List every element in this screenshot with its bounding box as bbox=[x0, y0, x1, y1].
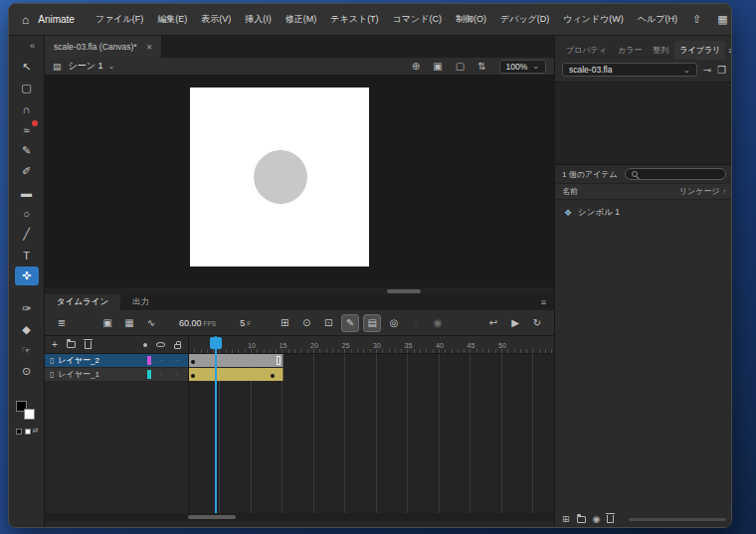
frame-span-selected[interactable] bbox=[189, 368, 284, 381]
menu-file[interactable]: ファイル(F) bbox=[89, 9, 150, 30]
insert-frame-button[interactable]: ⊞ bbox=[276, 314, 293, 332]
timeline-ruler[interactable]: 5 10 15 20 25 30 35 40 45 50 bbox=[188, 336, 554, 354]
frame-row-layer-1[interactable] bbox=[189, 368, 555, 382]
layer-outline-color-chip[interactable] bbox=[147, 370, 151, 379]
column-name[interactable]: 名前 bbox=[562, 186, 578, 197]
zoom-level-select[interactable]: 100% ⌄ bbox=[499, 60, 546, 74]
home-icon[interactable]: ⌂ bbox=[15, 13, 36, 27]
layer-lock-cell[interactable]: · bbox=[171, 357, 183, 364]
menu-view[interactable]: 表示(V) bbox=[194, 9, 238, 30]
scene-breadcrumb[interactable]: シーン 1 bbox=[69, 60, 103, 73]
span-selection-toggle[interactable]: ▤ bbox=[363, 314, 381, 332]
fluid-brush-tool[interactable]: ≈ bbox=[15, 120, 39, 139]
clip-content-icon[interactable]: ▣ bbox=[429, 61, 446, 72]
pin-library-icon[interactable]: ⊸ bbox=[703, 65, 711, 76]
zoom-stepper-icon[interactable]: ⇅ bbox=[473, 61, 489, 72]
fill-color-swatch[interactable] bbox=[24, 409, 35, 420]
oval-tool[interactable]: ○ bbox=[15, 204, 39, 223]
free-transform-tool[interactable]: ▢ bbox=[15, 79, 39, 97]
delete-item-button[interactable] bbox=[607, 515, 614, 523]
show-layers-icon[interactable]: ≣ bbox=[53, 314, 71, 332]
stage-scrollbar-thumb[interactable] bbox=[387, 289, 421, 293]
keyframe-dot-end[interactable] bbox=[271, 374, 275, 378]
menu-help[interactable]: ヘルプ(H) bbox=[631, 9, 684, 30]
onion-outlines-icon[interactable]: ◌ bbox=[407, 314, 425, 332]
center-playhead-button[interactable]: ↻ bbox=[528, 314, 546, 332]
menu-text[interactable]: テキスト(T) bbox=[323, 9, 385, 30]
library-item-name[interactable]: シンボル 1 bbox=[578, 207, 620, 219]
keyframe-dot[interactable] bbox=[191, 360, 195, 364]
library-search-input[interactable] bbox=[625, 168, 726, 180]
new-folder-button[interactable] bbox=[577, 516, 586, 523]
library-horizontal-scrollbar[interactable] bbox=[629, 518, 726, 521]
center-stage-icon[interactable]: ⊕ bbox=[408, 61, 424, 72]
column-linkage[interactable]: リンケージ↑ bbox=[679, 186, 726, 197]
frame-rate-display[interactable]: 60.00 FPS bbox=[174, 318, 221, 328]
menu-control[interactable]: 制御(O) bbox=[449, 9, 493, 30]
library-panel-menu-icon[interactable]: ≡ bbox=[726, 42, 732, 60]
eyedropper-tool[interactable]: ✑ bbox=[15, 299, 39, 318]
new-symbol-button[interactable]: ⊞ bbox=[562, 514, 570, 524]
new-layer-button[interactable]: + bbox=[52, 340, 58, 350]
camera-icon[interactable]: ▣ bbox=[98, 314, 116, 332]
frames-grid[interactable] bbox=[188, 354, 554, 513]
layer-depth-icon[interactable]: ▦ bbox=[120, 314, 138, 332]
stage-horizontal-scrollbar[interactable] bbox=[45, 286, 554, 294]
menu-modify[interactable]: 修正(M) bbox=[279, 9, 324, 30]
layer-outline-color-chip[interactable] bbox=[147, 356, 151, 365]
new-folder-button[interactable] bbox=[67, 341, 76, 348]
menu-insert[interactable]: 挿入(I) bbox=[238, 9, 279, 30]
menu-debug[interactable]: デバッグ(D) bbox=[493, 9, 556, 30]
lock-column-icon[interactable] bbox=[174, 344, 181, 349]
menu-edit[interactable]: 編集(E) bbox=[150, 9, 194, 30]
scene-chevron-down-icon[interactable]: ⌄ bbox=[107, 62, 114, 71]
circle-shape[interactable] bbox=[254, 150, 307, 204]
tab-timeline[interactable]: タイムライン bbox=[45, 294, 120, 310]
hand-tool[interactable]: ☞ bbox=[15, 341, 39, 360]
visibility-column-icon[interactable] bbox=[156, 342, 165, 347]
document-tab[interactable]: scale-03.fla (Canvas)* ✕ bbox=[45, 36, 162, 58]
layer-name[interactable]: レイヤー_1 bbox=[58, 369, 98, 380]
menu-commands[interactable]: コマンド(C) bbox=[386, 9, 449, 30]
keyframe-dot[interactable] bbox=[191, 374, 195, 378]
timeline-panel-menu-icon[interactable]: ≡ bbox=[533, 294, 554, 310]
share-icon[interactable]: ⇧ bbox=[684, 13, 709, 26]
insert-blank-keyframe-button[interactable]: ⊡ bbox=[319, 314, 337, 332]
eraser-tool[interactable]: ▬ bbox=[15, 183, 39, 202]
library-document-select[interactable]: scale-03.fla ⌄ bbox=[562, 63, 697, 77]
collapse-tools-icon[interactable]: « bbox=[21, 36, 44, 58]
text-tool[interactable]: T bbox=[15, 246, 39, 265]
library-item-row[interactable]: ❖ シンボル 1 bbox=[555, 200, 732, 226]
paint-bucket-tool[interactable]: ◆ bbox=[15, 320, 39, 339]
layer-name[interactable]: レイヤー_2 bbox=[58, 355, 98, 366]
stage-canvas[interactable] bbox=[190, 88, 369, 267]
classic-brush-tool[interactable]: ✎ bbox=[15, 141, 39, 160]
frame-row-layer-2[interactable] bbox=[189, 354, 555, 368]
timeline-scrollbar-thumb[interactable] bbox=[188, 515, 236, 519]
layer-row-1[interactable]: ▯ レイヤー_1 · · bbox=[45, 368, 188, 382]
layer-visibility-cell[interactable]: · bbox=[155, 357, 167, 364]
graph-editor-icon[interactable]: ∿ bbox=[142, 314, 160, 332]
workspace-icon[interactable]: ▦ bbox=[709, 13, 732, 26]
layer-row-2[interactable]: ▯ レイヤー_2 · · bbox=[45, 354, 188, 368]
playhead-line[interactable] bbox=[215, 336, 217, 513]
line-tool[interactable]: ╱ bbox=[15, 225, 39, 244]
tab-align[interactable]: 整列 bbox=[648, 41, 673, 60]
lasso-tool[interactable]: ∩ bbox=[15, 99, 39, 118]
loop-button[interactable]: ↩ bbox=[484, 314, 502, 332]
zoom-tool[interactable]: ⊙ bbox=[15, 362, 39, 381]
tab-color[interactable]: カラー bbox=[613, 41, 647, 60]
asset-warp-tool[interactable]: ✜ bbox=[15, 267, 39, 285]
selection-tool[interactable]: ↖ bbox=[15, 58, 39, 77]
pencil-tool[interactable]: ✐ bbox=[15, 162, 39, 181]
tab-library[interactable]: ライブラリ bbox=[674, 41, 725, 60]
highlight-column-icon[interactable] bbox=[143, 343, 147, 347]
auto-keyframe-toggle[interactable]: ✎ bbox=[341, 314, 359, 332]
tab-close-icon[interactable]: ✕ bbox=[146, 43, 153, 52]
tab-output[interactable]: 出力 bbox=[120, 294, 161, 310]
rotate-stage-icon[interactable]: ▢ bbox=[452, 61, 469, 72]
layer-visibility-cell[interactable]: · bbox=[155, 371, 167, 378]
delete-layer-button[interactable] bbox=[85, 341, 92, 349]
menu-window[interactable]: ウィンドウ(W) bbox=[556, 9, 631, 30]
onion-skin-icon[interactable]: ◎ bbox=[385, 314, 403, 332]
